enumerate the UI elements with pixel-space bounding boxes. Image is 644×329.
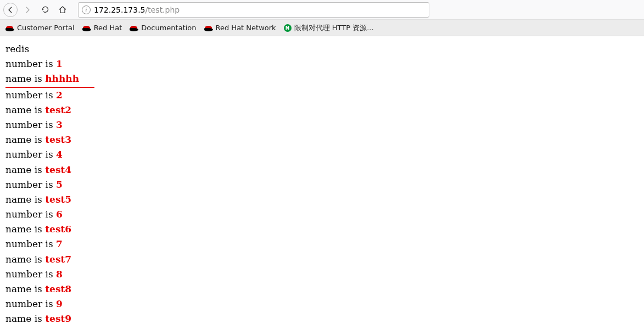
page-content: redis number is 1name is hhhhhnumber is … — [0, 36, 644, 329]
number-value: 8 — [56, 269, 63, 280]
number-prefix: number is — [5, 238, 56, 249]
name-prefix: name is — [5, 134, 45, 145]
bookmark-customer-portal[interactable]: Customer Portal — [5, 24, 75, 32]
redhat-icon — [5, 25, 14, 31]
number-prefix: number is — [5, 119, 56, 130]
bookmark-label: Customer Portal — [17, 24, 75, 32]
name-line: name is test5 — [5, 192, 639, 207]
number-line: number is 3 — [5, 118, 639, 132]
bookmark-label: Documentation — [141, 24, 196, 32]
number-prefix: number is — [5, 179, 56, 190]
number-prefix: number is — [5, 209, 56, 220]
bookmark-red-hat-network[interactable]: Red Hat Network — [204, 24, 276, 32]
number-value: 6 — [56, 209, 63, 220]
arrow-right-icon — [24, 6, 31, 14]
name-prefix: name is — [5, 224, 45, 235]
name-line: name is test9 — [5, 311, 639, 326]
name-prefix: name is — [5, 194, 45, 205]
reload-button[interactable] — [37, 2, 53, 18]
name-prefix: name is — [5, 164, 45, 175]
name-value: test5 — [45, 194, 71, 205]
number-prefix: number is — [5, 269, 56, 280]
redhat-icon — [204, 25, 213, 31]
name-value: test3 — [45, 134, 71, 145]
nginx-icon: N — [284, 24, 292, 32]
bookmark-red-hat[interactable]: Red Hat — [82, 24, 122, 32]
number-value: 7 — [56, 238, 63, 249]
back-button[interactable] — [3, 3, 18, 17]
name-prefix: name is — [5, 73, 45, 84]
name-line: name is test3 — [5, 132, 639, 147]
name-prefix: name is — [5, 283, 45, 294]
bookmark-documentation[interactable]: Documentation — [130, 24, 196, 32]
name-value: test6 — [45, 224, 71, 235]
number-line: number is 9 — [5, 297, 639, 311]
url-host: 172.25.173.5 — [94, 5, 145, 14]
number-line: number is 8 — [5, 267, 639, 282]
url-path: /test.php — [145, 5, 180, 14]
name-value: test7 — [45, 254, 71, 265]
name-line: name is test7 — [5, 252, 639, 267]
number-prefix: number is — [5, 149, 56, 160]
bookmark-label: Red Hat — [94, 24, 122, 32]
reload-icon — [41, 5, 49, 14]
page-title: redis — [5, 42, 639, 57]
forward-button[interactable] — [20, 2, 35, 18]
browser-toolbar: i 172.25.173.5/test.php — [0, 0, 644, 20]
number-line: number is 7 — [5, 237, 639, 252]
name-line: name is test4 — [5, 163, 639, 177]
number-prefix: number is — [5, 298, 56, 309]
number-line: number is 6 — [5, 207, 639, 222]
redhat-icon — [130, 25, 138, 31]
number-line: number is 5 — [5, 177, 639, 192]
name-value: test4 — [45, 164, 71, 175]
address-bar[interactable]: i 172.25.173.5/test.php — [78, 2, 429, 18]
number-value: 3 — [56, 119, 63, 130]
name-line: name is test6 — [5, 222, 639, 237]
number-value: 2 — [56, 90, 63, 101]
name-line: name is test2 — [5, 103, 639, 118]
name-value: test2 — [45, 104, 71, 115]
name-value: test8 — [45, 283, 71, 294]
name-prefix: name is — [5, 313, 45, 324]
underline-highlight: name is hhhhh — [5, 71, 94, 87]
svg-marker-0 — [41, 9, 43, 10]
name-prefix: name is — [5, 254, 45, 265]
arrow-left-icon — [7, 6, 14, 14]
redhat-icon — [82, 25, 91, 31]
number-line: number is 2 — [5, 88, 639, 103]
number-value: 9 — [56, 298, 63, 309]
name-value: test9 — [45, 313, 71, 324]
bookmark-label: 限制对代理 HTTP 资源... — [294, 23, 374, 33]
name-line: name is hhhhh — [5, 71, 639, 87]
bookmarks-bar: Customer PortalRed HatDocumentationRed H… — [0, 20, 644, 36]
home-button[interactable] — [55, 2, 70, 18]
number-value: 5 — [56, 179, 63, 190]
number-prefix: number is — [5, 58, 56, 69]
number-value: 1 — [56, 58, 63, 69]
number-value: 4 — [56, 149, 63, 160]
number-line: number is 4 — [5, 147, 639, 162]
bookmark-label: Red Hat Network — [216, 24, 276, 32]
home-icon — [58, 5, 67, 14]
name-prefix: name is — [5, 104, 45, 115]
number-line: number is 1 — [5, 57, 639, 71]
bookmark-nginx-proxy[interactable]: N限制对代理 HTTP 资源... — [284, 23, 374, 33]
name-value: hhhhh — [45, 73, 79, 84]
name-line: name is test8 — [5, 282, 639, 297]
site-info-icon[interactable]: i — [82, 5, 91, 14]
number-prefix: number is — [5, 90, 56, 101]
